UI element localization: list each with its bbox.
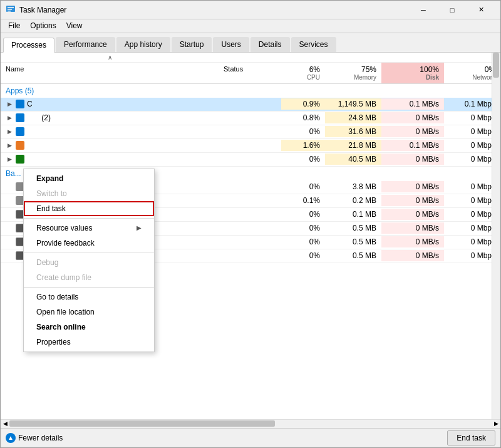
end-task-button[interactable]: End task bbox=[447, 430, 495, 445]
process-name: ▶ bbox=[1, 154, 219, 165]
process-cpu: 0% bbox=[281, 154, 325, 165]
process-disk: 0 MB/s bbox=[381, 209, 444, 220]
process-cpu: 0% bbox=[281, 236, 325, 247]
process-status bbox=[219, 130, 281, 133]
process-cpu: 0% bbox=[281, 222, 325, 234]
ctx-provide-feedback[interactable]: Provide feedback bbox=[24, 236, 154, 251]
tab-startup[interactable]: Startup bbox=[172, 37, 212, 52]
context-menu: Expand Switch to End task Resource value… bbox=[23, 169, 155, 352]
horizontal-scrollbar[interactable]: ◀ ▶ bbox=[1, 419, 500, 428]
col-name[interactable]: Name bbox=[1, 63, 219, 83]
fewer-details-label: Fewer details bbox=[18, 434, 63, 442]
table-row[interactable]: ▶ 0% 40.5 MB 0 MB/s 0 Mbps bbox=[1, 153, 500, 167]
table-row[interactable]: ▶ 0% 31.6 MB 0 MB/s 0 Mbps bbox=[1, 125, 500, 139]
process-memory: 3.8 MB bbox=[325, 181, 381, 192]
apps-section-header: Apps (5) bbox=[1, 84, 500, 98]
col-status[interactable]: Status bbox=[219, 63, 281, 83]
tab-processes[interactable]: Processes bbox=[3, 38, 54, 53]
h-scroll-thumb[interactable] bbox=[9, 420, 275, 427]
ctx-end-task[interactable]: End task bbox=[24, 201, 154, 216]
disk-label: Disk bbox=[386, 74, 439, 81]
process-name: ▶ bbox=[1, 126, 219, 137]
memory-percent: 75% bbox=[330, 65, 376, 74]
menu-view[interactable]: View bbox=[61, 20, 88, 31]
tab-users[interactable]: Users bbox=[213, 37, 249, 52]
tab-app-history[interactable]: App history bbox=[116, 37, 170, 52]
col-memory[interactable]: 75% Memory bbox=[325, 63, 381, 83]
maximize-button[interactable]: □ bbox=[438, 1, 467, 19]
svg-rect-3 bbox=[8, 11, 11, 12]
ctx-debug: Debug bbox=[24, 255, 154, 270]
expand-icon: ▶ bbox=[6, 128, 13, 135]
window-title: Task Manager bbox=[19, 6, 409, 14]
sort-row: ∧ bbox=[1, 53, 500, 63]
process-name: ▶ (2) bbox=[1, 112, 219, 123]
ctx-expand[interactable]: Expand bbox=[24, 171, 154, 186]
tab-performance[interactable]: Performance bbox=[56, 37, 115, 52]
process-cpu: 0% bbox=[281, 126, 325, 137]
process-memory: 40.5 MB bbox=[325, 154, 381, 165]
scroll-left-icon[interactable]: ◀ bbox=[1, 419, 9, 428]
expand-icon: ▶ bbox=[6, 100, 13, 108]
ctx-separator-1 bbox=[24, 218, 154, 219]
process-memory: 0.2 MB bbox=[325, 195, 381, 206]
expand-icon: ▶ bbox=[6, 114, 13, 122]
process-status bbox=[219, 185, 281, 188]
scroll-right-icon[interactable]: ▶ bbox=[492, 419, 500, 428]
menu-options[interactable]: Options bbox=[25, 20, 61, 31]
app-icon bbox=[16, 113, 24, 122]
process-memory: 0.5 MB bbox=[325, 222, 381, 234]
fewer-details-button[interactable]: ▲ Fewer details bbox=[6, 433, 63, 443]
process-status bbox=[219, 227, 281, 229]
process-disk: 0 MB/s bbox=[381, 154, 444, 165]
expand-icon bbox=[6, 197, 13, 204]
expand-icon: ▶ bbox=[6, 142, 13, 149]
scrollbar-thumb[interactable] bbox=[493, 53, 499, 78]
menu-file[interactable]: File bbox=[3, 20, 25, 31]
vertical-scrollbar[interactable] bbox=[492, 53, 500, 419]
submenu-arrow-icon: ▶ bbox=[137, 224, 142, 231]
table-row[interactable]: ▶ (2) 0.8% 24.8 MB 0 MB/s 0 Mbps bbox=[1, 112, 500, 125]
close-button[interactable]: ✕ bbox=[467, 1, 495, 19]
process-status bbox=[219, 241, 281, 243]
sort-arrow: ∧ bbox=[1, 53, 219, 62]
ctx-switch-to: Switch to bbox=[24, 186, 154, 201]
process-disk: 0 MB/s bbox=[381, 250, 444, 261]
process-memory: 0.5 MB bbox=[325, 236, 381, 247]
table-row[interactable]: ▶ 1.6% 21.8 MB 0.1 MB/s 0 Mbps bbox=[1, 139, 500, 153]
network-percent: 0% bbox=[449, 65, 495, 74]
ctx-go-to-details[interactable]: Go to details bbox=[24, 289, 154, 305]
disk-percent: 100% bbox=[386, 65, 439, 74]
col-disk[interactable]: 100% Disk bbox=[381, 63, 444, 83]
process-status bbox=[219, 158, 281, 160]
status-bar: ▲ Fewer details End task bbox=[1, 428, 500, 447]
process-disk: 0.1 MB/s bbox=[381, 98, 444, 110]
ctx-resource-values[interactable]: Resource values ▶ bbox=[24, 221, 154, 236]
process-memory: 1,149.5 MB bbox=[325, 98, 381, 110]
svg-rect-1 bbox=[8, 7, 14, 8]
process-memory: 24.8 MB bbox=[325, 112, 381, 123]
process-cpu: 0.8% bbox=[281, 112, 325, 123]
col-cpu[interactable]: 6% CPU bbox=[281, 63, 325, 83]
process-cpu: 0% bbox=[281, 181, 325, 192]
process-disk: 0 MB/s bbox=[381, 181, 444, 192]
ctx-search-online[interactable]: Search online bbox=[24, 320, 154, 335]
table-row[interactable]: ▶ C 0.9% 1,149.5 MB 0.1 MB/s 0.1 Mbps bbox=[1, 98, 500, 112]
ctx-open-file-location[interactable]: Open file location bbox=[24, 305, 154, 320]
minimize-button[interactable]: ─ bbox=[409, 1, 438, 19]
app-icon bbox=[16, 141, 24, 150]
svg-rect-2 bbox=[8, 9, 12, 10]
process-disk: 0.1 MB/s bbox=[381, 140, 444, 151]
h-scroll-track bbox=[9, 420, 492, 427]
menu-bar: File Options View bbox=[1, 19, 500, 33]
process-memory: 0.5 MB bbox=[325, 250, 381, 261]
process-cpu: 0% bbox=[281, 209, 325, 220]
tab-services[interactable]: Services bbox=[291, 37, 336, 52]
process-name: ▶ bbox=[1, 140, 219, 151]
process-disk: 0 MB/s bbox=[381, 236, 444, 247]
expand-icon: ▶ bbox=[6, 155, 13, 163]
apps-label: Apps (5) bbox=[1, 84, 219, 98]
process-disk: 0 MB/s bbox=[381, 126, 444, 137]
tab-details[interactable]: Details bbox=[250, 37, 290, 52]
ctx-properties[interactable]: Properties bbox=[24, 335, 154, 350]
